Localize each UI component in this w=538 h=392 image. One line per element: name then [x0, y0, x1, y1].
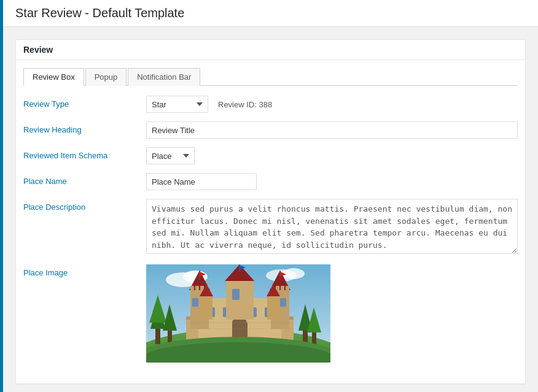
svg-rect-33: [190, 286, 194, 291]
review-heading-input[interactable]: [146, 121, 518, 139]
review-id-text: Review ID: 388: [218, 100, 272, 109]
svg-rect-32: [232, 289, 240, 300]
section-body: Review Box Popup Notification Bar Review…: [16, 60, 525, 383]
tabs-wrapper: Review Box Popup Notification Bar: [23, 67, 518, 86]
place-description-label: Place Description: [23, 199, 146, 212]
svg-rect-29: [280, 298, 286, 307]
review-heading-row: Review Heading: [23, 121, 518, 139]
left-accent-bar: [0, 0, 3, 392]
review-type-label: Review Type: [23, 96, 146, 109]
reviewed-item-schema-select[interactable]: Place Product Article Movie: [146, 147, 195, 164]
svg-rect-41: [200, 295, 212, 320]
place-name-row: Place Name: [23, 173, 518, 190]
tab-popup[interactable]: Popup: [85, 68, 127, 86]
review-heading-label: Review Heading: [23, 121, 146, 134]
place-image-label: Place Image: [23, 264, 146, 277]
page-title-bar: Star Review - Default Template: [3, 0, 538, 27]
reviewed-item-schema-row: Reviewed Item Schema Place Product Artic…: [23, 147, 518, 164]
place-description-row: Place Description Vivamus sed purus a ve…: [23, 199, 518, 256]
place-name-input[interactable]: [146, 173, 257, 190]
review-type-field: Star Score Percentage Review ID: 388: [146, 96, 518, 113]
place-image: [146, 264, 330, 363]
review-type-row: Review Type Star Score Percentage Review…: [23, 96, 518, 113]
place-name-label: Place Name: [23, 173, 146, 186]
tabs-list: Review Box Popup Notification Bar: [23, 67, 518, 86]
review-heading-field: [146, 121, 518, 139]
section-header: Review: [16, 40, 525, 60]
svg-point-4: [283, 268, 305, 279]
place-image-field: [146, 264, 518, 363]
tab-notification-bar[interactable]: Notification Bar: [128, 68, 200, 86]
reviewed-item-schema-label: Reviewed Item Schema: [23, 147, 146, 160]
place-description-textarea[interactable]: Vivamus sed purus a velit rhoncus mattis…: [146, 199, 518, 254]
reviewed-item-schema-field: Place Product Article Movie: [146, 147, 518, 164]
castle-svg: [146, 264, 330, 363]
place-description-field: Vivamus sed purus a velit rhoncus mattis…: [146, 199, 518, 256]
svg-rect-13: [312, 331, 316, 344]
svg-rect-34: [195, 286, 199, 291]
review-type-select[interactable]: Star Score Percentage: [146, 96, 208, 113]
svg-rect-39: [281, 286, 284, 291]
place-image-row: Place Image: [23, 264, 518, 363]
svg-rect-40: [286, 286, 289, 291]
place-name-field: [146, 173, 518, 190]
svg-rect-30: [226, 280, 254, 320]
svg-rect-26: [192, 298, 198, 307]
tab-review-box[interactable]: Review Box: [23, 68, 84, 86]
svg-rect-43: [267, 295, 279, 320]
review-section-box: Review Review Box Popup Notification Bar: [15, 39, 526, 384]
page-title: Star Review - Default Template: [15, 6, 526, 20]
